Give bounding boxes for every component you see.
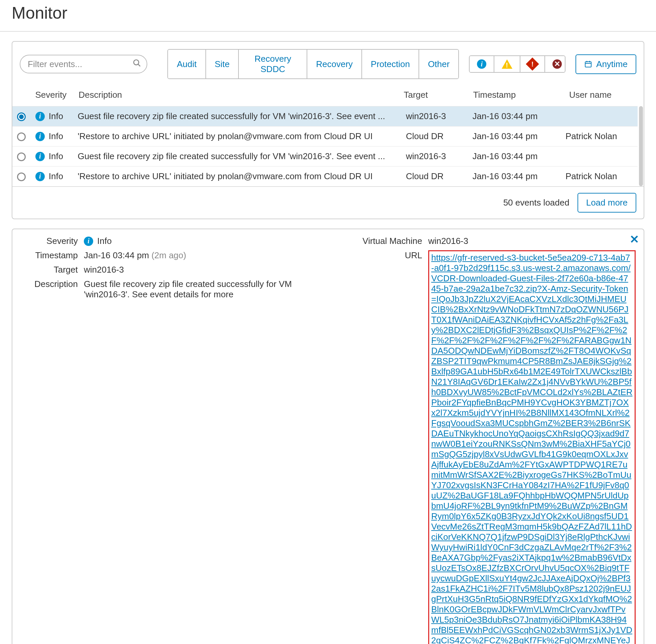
detail-timestamp: Jan-16 03:44 pm (84, 250, 149, 260)
info-icon: i (36, 172, 45, 181)
filter-search (20, 55, 147, 73)
svg-point-0 (134, 60, 139, 65)
row-radio[interactable] (17, 172, 26, 181)
toolbar: Audit Site Recovery SDDC Recovery Protec… (13, 42, 643, 87)
row-user: Patrick Nolan (561, 166, 638, 186)
svg-rect-2 (585, 62, 591, 67)
severity-filter-group: i ✕ (469, 55, 566, 73)
detail-virtual-machine: win2016-3 (428, 236, 636, 246)
row-description: Guest file recovery zip file created suc… (73, 146, 401, 166)
filter-recovery[interactable]: Recovery (307, 50, 362, 78)
close-icon[interactable]: ✕ (630, 233, 639, 246)
row-severity: Info (49, 151, 63, 161)
filter-warning[interactable] (494, 56, 520, 72)
col-target[interactable]: Target (399, 87, 468, 106)
table-row[interactable]: iInfoGuest file recovery zip file create… (13, 146, 638, 166)
calendar-icon (584, 60, 592, 68)
row-radio[interactable] (17, 133, 26, 141)
time-filter-button[interactable]: Anytime (575, 54, 636, 74)
warning-icon (502, 60, 512, 69)
table-row[interactable]: iInfo'Restore to archive URL' initiated … (13, 127, 638, 146)
table-row[interactable]: iInfo'Restore to archive URL' initiated … (13, 166, 638, 186)
detail-timestamp-relative: (2m ago) (151, 250, 186, 260)
event-details-panel: ✕ Severity i Info Timestamp Jan-16 03:44… (12, 229, 644, 644)
row-timestamp: Jan-16 03:44 pm (468, 127, 561, 146)
events-loaded-text: 50 events loaded (503, 198, 569, 208)
scrollbar[interactable] (639, 106, 643, 186)
label-virtual-machine: Virtual Machine (328, 236, 428, 246)
row-radio[interactable] (17, 112, 26, 121)
events-panel: Audit Site Recovery SDDC Recovery Protec… (12, 41, 644, 219)
row-user (561, 107, 638, 127)
row-description: 'Restore to archive URL' initiated by pn… (73, 127, 401, 146)
info-icon: i (477, 60, 486, 69)
detail-target: win2016-3 (84, 264, 328, 275)
col-timestamp[interactable]: Timestamp (468, 87, 565, 106)
row-timestamp: Jan-16 03:44 pm (468, 166, 561, 186)
detail-severity: Info (97, 236, 112, 246)
info-icon: i (36, 112, 45, 121)
filter-error[interactable] (520, 56, 545, 72)
filter-info[interactable]: i (469, 56, 494, 72)
col-description[interactable]: Description (74, 87, 399, 106)
label-timestamp: Timestamp (20, 250, 84, 260)
svg-line-1 (138, 64, 140, 66)
row-description: Guest file recovery zip file created suc… (73, 107, 401, 127)
divider (0, 31, 656, 32)
page-title: Monitor (0, 0, 656, 31)
row-severity: Info (49, 171, 63, 182)
filter-site[interactable]: Site (206, 50, 239, 78)
info-icon: i (36, 132, 45, 141)
row-timestamp: Jan-16 03:44 pm (468, 146, 561, 166)
table-footer: 50 events loaded Load more (13, 186, 643, 218)
row-timestamp: Jan-16 03:44 pm (468, 107, 561, 127)
error-icon (526, 58, 539, 71)
detail-description: Guest file recovery zip file created suc… (84, 279, 328, 300)
filter-critical[interactable]: ✕ (545, 56, 566, 72)
label-description: Description (20, 279, 84, 289)
detail-url-link[interactable]: https://gfr-reserved-s3-bucket-5e5ea209-… (431, 253, 633, 644)
filter-other[interactable]: Other (419, 50, 458, 78)
row-target: Cloud DR (401, 127, 467, 146)
events-table: Severity Description Target Timestamp Us… (13, 87, 643, 106)
label-target: Target (20, 264, 84, 275)
info-icon: i (84, 236, 93, 246)
critical-icon: ✕ (552, 60, 562, 69)
search-input[interactable] (20, 55, 147, 73)
col-user[interactable]: User name (565, 87, 643, 106)
search-icon (133, 59, 141, 69)
label-url: URL (328, 250, 428, 260)
filter-audit[interactable]: Audit (168, 50, 206, 78)
row-description: 'Restore to archive URL' initiated by pn… (73, 166, 401, 186)
col-severity[interactable]: Severity (30, 87, 74, 106)
row-severity: Info (49, 111, 63, 121)
label-severity: Severity (20, 236, 84, 246)
row-target: Cloud DR (401, 166, 467, 186)
info-icon: i (36, 152, 45, 161)
row-user: Patrick Nolan (561, 127, 638, 146)
table-row[interactable]: iInfoGuest file recovery zip file create… (13, 107, 638, 127)
filter-recovery-sddc[interactable]: Recovery SDDC (239, 50, 307, 78)
row-user (561, 146, 638, 166)
row-severity: Info (49, 131, 63, 141)
filter-protection[interactable]: Protection (362, 50, 419, 78)
load-more-button[interactable]: Load more (577, 193, 636, 212)
time-filter-label: Anytime (596, 59, 628, 69)
row-target: win2016-3 (401, 146, 467, 166)
category-filter-group: Audit Site Recovery SDDC Recovery Protec… (167, 49, 459, 79)
row-target: win2016-3 (401, 107, 467, 127)
row-radio[interactable] (17, 153, 26, 161)
